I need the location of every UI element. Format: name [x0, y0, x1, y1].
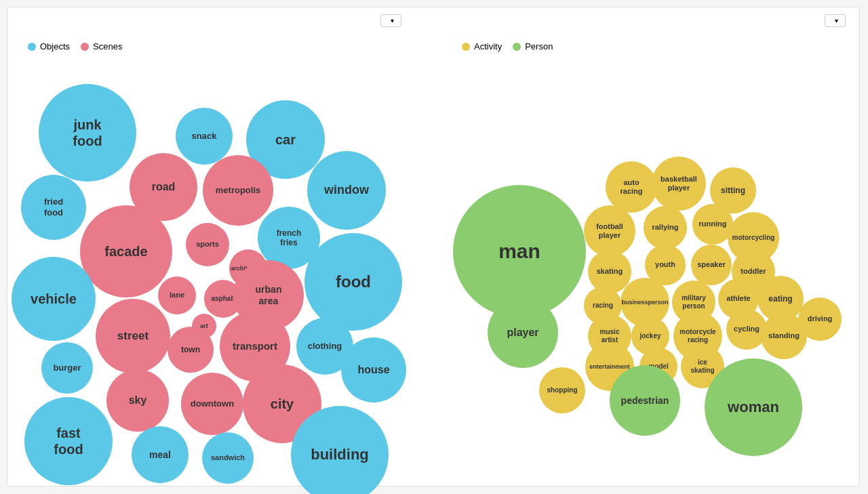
bubble-junkfood: junkfood	[39, 84, 136, 182]
legend-dot-activity	[462, 43, 470, 51]
bubble-chart-right: manautoracingbasketballplayersittingfoot…	[441, 55, 868, 489]
bubble-burger: burger	[41, 342, 93, 394]
bubble-fastfood: fastfood	[24, 397, 113, 485]
legend-item-scenes: Scenes	[81, 41, 122, 52]
bubble-food: food	[304, 233, 402, 331]
bubble-building: building	[291, 406, 389, 494]
legend-label-scenes: Scenes	[93, 41, 122, 52]
export-button-left[interactable]: ▾	[380, 14, 401, 27]
bubble-pedestrian: pedestrian	[610, 365, 680, 436]
bubble-house: house	[341, 337, 406, 403]
bubble-cycling: cycling	[726, 309, 767, 350]
bubble-street: street	[96, 299, 170, 373]
bubble-metropolis: metropolis	[203, 155, 273, 226]
export-arrow-right: ▾	[835, 17, 838, 24]
bubble-sports: sports	[186, 223, 229, 266]
bubble-woman: woman	[705, 358, 802, 456]
bubble-speaker: speaker	[691, 245, 732, 285]
legend-dot-person	[513, 43, 521, 51]
bubble-sandwich: sandwich	[202, 432, 254, 484]
bubble-shopping: shopping	[539, 367, 585, 413]
bubble-driving: driving	[798, 297, 842, 341]
export-arrow-left: ▾	[391, 17, 394, 24]
bubble-running: running	[692, 204, 733, 245]
bubble-friedfood: friedfood	[21, 175, 86, 240]
bubble-downtown: downtown	[181, 373, 243, 435]
legend-dot-scenes	[81, 43, 89, 51]
bubble-window: window	[307, 151, 386, 230]
legend-item-objects: Objects	[28, 41, 70, 52]
bubble-rallying: rallying	[644, 206, 687, 249]
bubble-snack: snack	[176, 108, 233, 165]
legend-dot-objects	[28, 43, 36, 51]
bubble-basketballplayer: basketballplayer	[652, 157, 706, 211]
bubble-town: town	[167, 327, 214, 373]
bubble-facade: facade	[80, 205, 172, 297]
legend-label-activity: Activity	[474, 41, 502, 52]
bubble-player: player	[488, 297, 558, 368]
legend-left: Objects Scenes	[28, 41, 122, 52]
legend-right: Activity Person	[462, 41, 553, 52]
legend-item-activity: Activity	[462, 41, 502, 52]
legend-item-person: Person	[513, 41, 553, 52]
legend-label-person: Person	[525, 41, 553, 52]
export-button-right[interactable]: ▾	[825, 14, 846, 27]
bubble-vehicle: vehicle	[12, 257, 96, 341]
bubble-sky: sky	[106, 369, 169, 432]
bubble-lane: lane	[158, 276, 196, 314]
legend-label-objects: Objects	[40, 41, 70, 52]
bubble-chart-left: junkfoodsnackcarfriedfoodroadmetropolisw…	[7, 55, 441, 489]
bubble-footballplayer: footballplayer	[584, 205, 635, 257]
bubble-meal: meal	[132, 426, 189, 483]
main-container: ▾ ▾ Objects Scenes Activity Person junkf…	[7, 7, 860, 487]
